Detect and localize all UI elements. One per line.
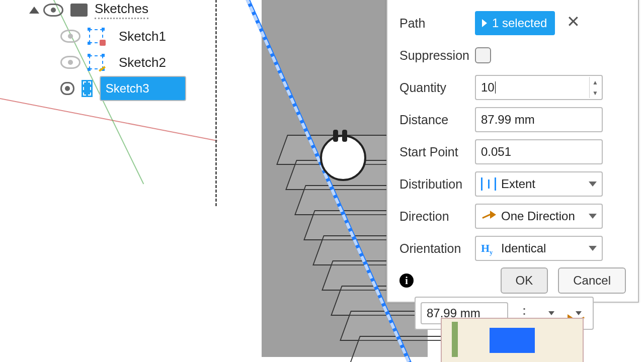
tree-item-label: Sketch3 — [100, 76, 186, 101]
quantity-value: 10 — [481, 80, 495, 95]
row-quantity: Quantity 10 ▲▼ — [399, 71, 626, 104]
folder-label: Sketches — [95, 1, 148, 19]
cancel-button[interactable]: Cancel — [558, 267, 626, 294]
path-selection-chip[interactable]: 1 selected — [475, 11, 555, 35]
tree-item-sketch1[interactable]: Sketch1 — [60, 23, 186, 49]
quantity-input[interactable]: 10 ▲▼ — [475, 75, 603, 100]
start-point-value: 0.051 — [481, 145, 511, 159]
chevron-down-icon — [589, 246, 597, 251]
row-path: Path 1 selected ✕ — [399, 7, 626, 39]
label-quantity: Quantity — [399, 80, 475, 95]
axis-x — [0, 98, 217, 141]
pan-cursor-icon — [320, 135, 366, 181]
orientation-value: Identical — [501, 241, 546, 255]
quantity-spin[interactable]: ▲▼ — [589, 77, 601, 98]
info-icon[interactable]: i — [399, 274, 414, 288]
visibility-icon[interactable] — [60, 82, 74, 95]
label-start-point: Start Point — [399, 145, 475, 159]
extent-icon — [481, 177, 496, 191]
row-orientation: Orientation Hy Identical — [399, 232, 626, 264]
pattern-dialog: Path 1 selected ✕ Suppression Quantity 1… — [386, 0, 639, 303]
label-distribution: Distribution — [399, 177, 475, 192]
label-direction: Direction — [399, 209, 475, 224]
row-direction: Direction One Direction — [399, 200, 626, 232]
label-suppression: Suppression — [399, 48, 475, 63]
sketch-icon — [88, 54, 105, 71]
suppression-checkbox[interactable] — [475, 47, 491, 63]
distribution-select[interactable]: Extent — [475, 171, 603, 197]
one-direction-icon — [481, 210, 496, 223]
label-path: Path — [399, 16, 475, 31]
direction-select[interactable]: One Direction — [475, 204, 603, 229]
row-distance: Distance 87.99 mm — [399, 104, 626, 136]
row-suppression: Suppression — [399, 39, 626, 71]
preview-thumbnail — [441, 318, 584, 362]
visibility-icon[interactable] — [60, 30, 80, 43]
construction-line — [215, 0, 217, 206]
direction-value: One Direction — [501, 209, 575, 223]
sketch-icon — [82, 80, 93, 97]
row-start-point: Start Point 0.051 — [399, 136, 626, 168]
ok-button[interactable]: OK — [501, 267, 548, 294]
row-distribution: Distribution Extent — [399, 168, 626, 200]
distance-input[interactable]: 87.99 mm — [475, 107, 603, 132]
identical-icon: Hy — [481, 242, 496, 255]
chevron-down-icon — [576, 311, 582, 315]
spin-down-icon: ▼ — [590, 87, 601, 98]
distribution-value: Extent — [501, 177, 535, 191]
tree-item-label: Sketch1 — [112, 27, 173, 46]
clear-path-button[interactable]: ✕ — [567, 13, 580, 31]
spin-up-icon: ▲ — [590, 77, 601, 87]
orientation-select[interactable]: Hy Identical — [475, 236, 603, 261]
dialog-buttons: i OK Cancel — [399, 267, 626, 294]
chevron-down-icon — [589, 182, 597, 187]
tree-item-sketch2[interactable]: Sketch2 — [60, 49, 186, 75]
tree-item-label: Sketch2 — [112, 53, 173, 72]
tree-item-sketch3[interactable]: Sketch3 — [60, 75, 186, 102]
start-point-input[interactable]: 0.051 — [475, 139, 603, 164]
distance-value: 87.99 mm — [481, 113, 535, 127]
chevron-down-icon — [548, 311, 554, 315]
label-orientation: Orientation — [399, 241, 475, 256]
visibility-icon[interactable] — [60, 56, 80, 69]
folder-icon — [70, 4, 88, 17]
cursor-icon — [482, 19, 487, 27]
tree-folder-sketches[interactable]: Sketches — [25, 0, 186, 23]
visibility-icon[interactable] — [43, 4, 63, 17]
browser-tree[interactable]: Sketches Sketch1 Sketch2 Sketch3 — [25, 0, 186, 102]
sketch-icon — [88, 28, 105, 45]
chip-text: 1 selected — [492, 16, 547, 30]
expand-icon[interactable] — [29, 7, 39, 14]
chevron-down-icon — [589, 214, 597, 219]
label-distance: Distance — [399, 113, 475, 127]
